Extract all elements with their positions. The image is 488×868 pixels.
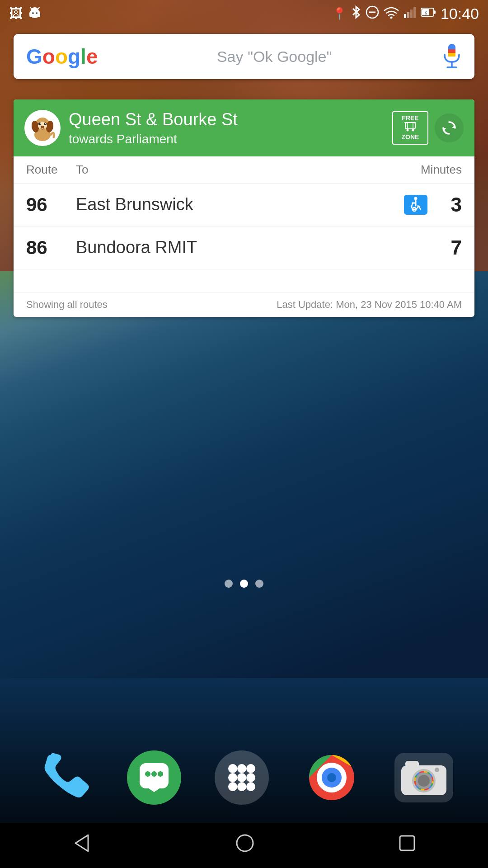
camera-app[interactable] [394, 753, 453, 802]
home-button[interactable] [235, 833, 255, 858]
wifi-icon [384, 6, 399, 22]
page-indicators [225, 580, 263, 588]
svg-point-54 [237, 773, 246, 782]
signal-icon [404, 6, 416, 21]
svg-rect-35 [405, 123, 415, 129]
refresh-button[interactable] [435, 113, 464, 142]
tram-widget: Queen St & Bourke St towards Parliament … [14, 99, 474, 317]
svg-point-57 [237, 782, 246, 791]
hangouts-app[interactable] [127, 750, 181, 805]
svg-marker-42 [443, 128, 446, 131]
status-left-icons: 🖼 [9, 5, 42, 22]
svg-point-62 [327, 773, 336, 782]
widget-footer: Showing all routes Last Update: Mon, 23 … [14, 292, 474, 317]
tram-mascot [24, 110, 61, 146]
svg-point-31 [44, 123, 47, 125]
tram-row-86[interactable]: 86 Bundoora RMIT 7 [14, 226, 474, 269]
page-dot-1 [225, 580, 233, 588]
page-dot-3 [255, 580, 263, 588]
svg-point-32 [40, 123, 41, 124]
svg-point-38 [407, 129, 409, 132]
svg-point-47 [145, 771, 150, 777]
svg-rect-13 [413, 7, 416, 18]
svg-point-6 [31, 7, 38, 13]
app-drawer-button[interactable] [215, 750, 269, 805]
svg-point-30 [38, 123, 41, 125]
microphone-icon[interactable] [442, 43, 462, 70]
svg-rect-75 [400, 836, 414, 850]
google-search-bar[interactable]: Google Say "Ok Google" [14, 34, 474, 79]
destination-east-brunswick: East Brunswick [76, 195, 404, 214]
status-right-icons: 📍 [332, 5, 479, 23]
svg-line-4 [30, 7, 32, 9]
route-number-96: 96 [26, 194, 76, 216]
accessibility-icon [404, 195, 427, 215]
svg-point-43 [414, 197, 418, 200]
dnd-icon [366, 5, 379, 22]
svg-rect-12 [410, 9, 413, 18]
chrome-app[interactable] [302, 748, 361, 807]
svg-rect-10 [404, 14, 406, 18]
android-icon [28, 5, 42, 22]
svg-point-48 [151, 771, 157, 777]
svg-point-68 [435, 768, 439, 772]
showing-all-routes: Showing all routes [26, 299, 108, 311]
svg-point-9 [390, 16, 392, 19]
tram-direction: towards Parliament [69, 132, 384, 146]
svg-rect-1 [29, 14, 40, 17]
svg-point-50 [228, 764, 237, 773]
svg-rect-64 [405, 761, 419, 767]
col-route-header: Route [26, 163, 76, 177]
svg-point-74 [237, 835, 253, 851]
photo-icon: 🖼 [9, 6, 23, 21]
route-number-86: 86 [26, 237, 76, 259]
free-tram-badge: FREE ZONE [392, 111, 428, 145]
bluetooth-icon [351, 5, 361, 23]
page-dot-2 [240, 580, 248, 588]
location-icon: 📍 [332, 7, 347, 21]
svg-point-34 [41, 126, 44, 128]
app-dock [0, 732, 488, 823]
destination-bundoora: Bundoora RMIT [76, 238, 435, 257]
svg-point-53 [228, 773, 237, 782]
svg-point-58 [246, 782, 255, 791]
tram-stop-info: Queen St & Bourke St towards Parliament [69, 109, 384, 146]
svg-point-67 [418, 775, 430, 787]
status-time: 10:40 [441, 5, 479, 23]
minutes-86: 7 [435, 236, 462, 259]
spacer-row [14, 269, 474, 292]
svg-rect-16 [434, 10, 436, 14]
phone-app[interactable] [35, 748, 94, 807]
status-bar: 🖼 📍 [0, 0, 488, 27]
tram-row-96[interactable]: 96 East Brunswick 3 [14, 184, 474, 226]
svg-point-56 [228, 782, 237, 791]
col-minutes-header: Minutes [408, 163, 462, 177]
table-header: Route To Minutes [14, 156, 474, 184]
svg-rect-11 [407, 12, 409, 18]
tram-header: Queen St & Bourke St towards Parliament … [14, 99, 474, 156]
tram-stop-name: Queen St & Bourke St [69, 109, 384, 130]
svg-rect-24 [448, 53, 455, 57]
svg-point-49 [158, 771, 163, 777]
svg-marker-41 [452, 125, 455, 128]
svg-point-51 [237, 764, 246, 773]
navigation-bar [0, 823, 488, 868]
back-button[interactable] [72, 833, 92, 858]
google-search-placeholder[interactable]: Say "Ok Google" [107, 48, 442, 66]
battery-icon [421, 7, 436, 20]
tram-header-icons: FREE ZONE [392, 111, 464, 145]
last-update: Last Update: Mon, 23 Nov 2015 10:40 AM [277, 299, 462, 311]
svg-point-52 [246, 764, 255, 773]
svg-point-33 [45, 123, 46, 124]
col-to-header: To [76, 163, 408, 177]
google-logo: Google [26, 44, 98, 69]
svg-point-55 [246, 773, 255, 782]
svg-point-39 [412, 129, 414, 132]
svg-line-5 [38, 7, 39, 9]
minutes-96: 3 [435, 193, 462, 216]
svg-rect-23 [448, 49, 455, 53]
ocean-background [0, 271, 488, 678]
recents-button[interactable] [398, 834, 416, 857]
svg-marker-73 [75, 835, 88, 851]
